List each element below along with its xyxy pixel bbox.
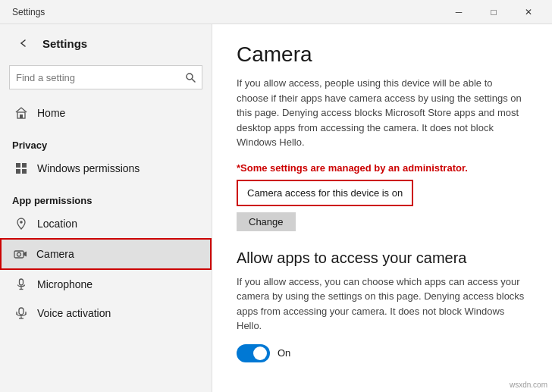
app-body: Settings Home P: [0, 24, 552, 392]
access-status-box: Camera access for this device is on: [237, 180, 413, 206]
sidebar: Settings Home P: [0, 24, 212, 392]
svg-line-1: [193, 80, 196, 83]
maximize-button[interactable]: □: [476, 0, 511, 24]
svg-rect-4: [16, 163, 20, 168]
minimize-button[interactable]: ─: [441, 0, 476, 24]
svg-point-0: [187, 74, 193, 80]
sidebar-item-microphone[interactable]: Microphone: [0, 270, 212, 299]
sidebar-item-windows-permissions-label: Windows permissions: [37, 162, 140, 174]
svg-rect-7: [22, 169, 27, 174]
svg-point-8: [20, 221, 23, 224]
sidebar-header: Settings: [0, 24, 212, 62]
toggle-row: On: [237, 344, 528, 362]
allow-apps-description: If you allow access, you can choose whic…: [237, 274, 525, 334]
search-input[interactable]: [16, 72, 185, 83]
sidebar-item-windows-permissions[interactable]: Windows permissions: [0, 154, 212, 183]
location-icon: [14, 217, 28, 230]
search-box[interactable]: [9, 65, 202, 89]
camera-toggle[interactable]: [237, 344, 270, 362]
toggle-thumb: [253, 347, 267, 360]
windows-permissions-icon: [14, 162, 28, 175]
sidebar-item-camera-label: Camera: [36, 248, 74, 260]
sidebar-item-location-label: Location: [37, 218, 77, 230]
sidebar-item-location[interactable]: Location: [0, 209, 212, 238]
sidebar-item-camera[interactable]: Camera: [0, 238, 212, 270]
microphone-icon: [14, 278, 28, 291]
toggle-label: On: [278, 347, 290, 359]
home-icon: [14, 106, 28, 120]
spacer2: [0, 183, 212, 189]
svg-rect-6: [16, 169, 20, 174]
page-title: Camera: [237, 42, 528, 67]
title-bar-controls: ─ □ ✕: [441, 0, 546, 24]
access-status-text: Camera access for this device is on: [247, 187, 403, 199]
camera-icon: [14, 247, 27, 261]
sidebar-item-voice-activation-label: Voice activation: [37, 307, 111, 319]
content-area: Camera If you allow access, people using…: [212, 24, 552, 392]
sidebar-section-app-permissions: App permissions: [0, 189, 212, 209]
svg-rect-14: [19, 308, 24, 315]
sidebar-section-privacy: Privacy: [0, 133, 212, 154]
sidebar-item-voice-activation[interactable]: Voice activation: [0, 299, 212, 328]
sidebar-app-title: Settings: [42, 37, 87, 50]
back-icon: [19, 39, 28, 48]
admin-warning: *Some settings are managed by an adminis…: [237, 162, 528, 174]
svg-rect-3: [20, 114, 23, 118]
allow-apps-title: Allow apps to access your camera: [237, 249, 528, 267]
svg-rect-11: [20, 279, 24, 285]
voice-activation-icon: [14, 306, 28, 320]
sidebar-item-home-label: Home: [37, 107, 65, 119]
svg-point-10: [17, 252, 21, 256]
svg-rect-5: [22, 163, 27, 168]
watermark: wsxdn.com: [510, 381, 547, 389]
sidebar-item-home[interactable]: Home: [0, 99, 212, 127]
title-bar-title: Settings: [12, 7, 441, 17]
change-button[interactable]: Change: [237, 212, 296, 231]
back-button[interactable]: [12, 32, 35, 55]
page-description: If you allow access, people using this d…: [237, 76, 525, 150]
search-icon[interactable]: [185, 72, 196, 83]
close-button[interactable]: ✕: [511, 0, 546, 24]
spacer: [0, 127, 212, 133]
title-bar: Settings ─ □ ✕: [0, 0, 552, 24]
sidebar-item-microphone-label: Microphone: [37, 278, 93, 290]
